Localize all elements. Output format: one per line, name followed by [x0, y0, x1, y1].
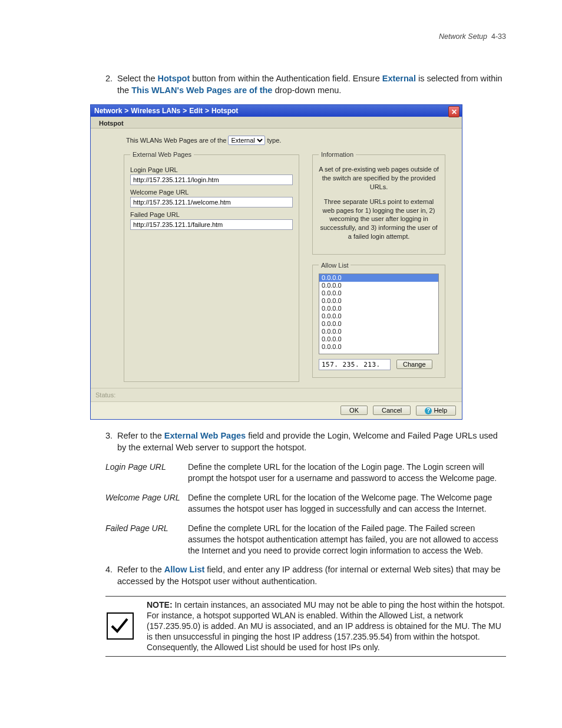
list-item[interactable]: 0.0.0.0: [319, 320, 438, 328]
external-web-pages-group: External Web Pages Login Page URL Welcom…: [124, 151, 299, 382]
list-item[interactable]: 0.0.0.0: [319, 335, 438, 343]
failed-url-label: Failed Page URL: [130, 211, 293, 218]
allow-listbox[interactable]: 0.0.0.0 0.0.0.0 0.0.0.0 0.0.0.0 0.0.0.0 …: [319, 274, 439, 354]
help-button[interactable]: ?Help: [416, 406, 456, 416]
def-desc: Define the complete URL for the location…: [188, 492, 506, 515]
hotspot-keyword: Hotspot: [158, 74, 190, 83]
information-legend: Information: [319, 151, 356, 158]
hotspot-dialog: Network> Wireless LANs> Edit> Hotspot ✕ …: [90, 104, 462, 420]
ip-input[interactable]: [319, 359, 391, 370]
allow-list-group: Allow List 0.0.0.0 0.0.0.0 0.0.0.0 0.0.0…: [312, 262, 445, 378]
note-box: NOTE: In certain instances, an associate…: [105, 596, 506, 657]
button-row: OK Cancel ?Help: [91, 401, 462, 419]
cancel-button[interactable]: Cancel: [373, 406, 411, 415]
information-group: Information A set of pre-existing web pa…: [312, 151, 445, 255]
list-item[interactable]: 0.0.0.0: [319, 343, 438, 351]
list-item[interactable]: 0.0.0.0: [319, 274, 438, 282]
type-select[interactable]: External: [228, 136, 265, 145]
running-header: Network Setup 4-33: [56, 32, 506, 41]
step-4: 4. Refer to the Allow List field, and en…: [105, 564, 506, 587]
list-item[interactable]: 0.0.0.0: [319, 328, 438, 335]
list-item[interactable]: 0.0.0.0: [319, 312, 438, 320]
checkmark-icon: [107, 612, 134, 640]
dropdown-keyword: This WLAN's Web Pages are of the: [131, 85, 272, 95]
def-term: Welcome Page URL: [105, 492, 188, 515]
info-text-2: Three separate URLs point to external we…: [319, 197, 439, 241]
info-text-1: A set of pre-existing web pages outside …: [319, 165, 439, 192]
tab-hotspot[interactable]: Hotspot: [94, 118, 128, 128]
step-3: 3. Refer to the External Web Pages field…: [105, 430, 506, 453]
crumb: Edit: [189, 107, 203, 115]
close-icon[interactable]: ✕: [448, 106, 459, 117]
step-2: 2. Select the Hotspot button from within…: [105, 73, 506, 96]
crumb: Hotspot: [211, 107, 238, 115]
welcome-url-label: Welcome Page URL: [130, 189, 293, 196]
external-keyword: External: [382, 74, 416, 83]
type-row: This WLANs Web Pages are of the External…: [126, 136, 447, 145]
note-lead: NOTE:: [147, 600, 173, 610]
def-term: Failed Page URL: [105, 523, 188, 556]
allow-list-keyword: Allow List: [164, 565, 204, 574]
list-item[interactable]: 0.0.0.0: [319, 297, 438, 305]
crumb: Network: [94, 107, 122, 115]
change-button[interactable]: Change: [396, 360, 432, 369]
login-url-label: Login Page URL: [130, 166, 293, 173]
definitions-table: Login Page URL Define the complete URL f…: [105, 462, 506, 556]
failed-url-input[interactable]: [130, 219, 293, 230]
note-body: In certain instances, an associated MU m…: [147, 600, 505, 653]
list-item[interactable]: 0.0.0.0: [319, 305, 438, 312]
def-desc: Define the complete URL for the location…: [188, 523, 506, 556]
ok-button[interactable]: OK: [340, 406, 368, 415]
def-desc: Define the complete URL for the location…: [188, 462, 506, 484]
welcome-url-input[interactable]: [130, 197, 293, 207]
tab-row: Hotspot: [91, 117, 462, 129]
login-url-input[interactable]: [130, 174, 293, 185]
dialog-titlebar: Network> Wireless LANs> Edit> Hotspot ✕: [91, 105, 462, 117]
help-icon: ?: [425, 407, 432, 414]
status-row: Status:: [91, 388, 462, 401]
external-web-pages-keyword: External Web Pages: [164, 431, 246, 440]
list-item[interactable]: 0.0.0.0: [319, 289, 438, 297]
allow-list-legend: Allow List: [319, 262, 351, 269]
external-legend: External Web Pages: [130, 151, 194, 158]
def-term: Login Page URL: [105, 462, 188, 484]
list-item[interactable]: 0.0.0.0: [319, 282, 438, 289]
crumb: Wireless LANs: [131, 107, 180, 115]
